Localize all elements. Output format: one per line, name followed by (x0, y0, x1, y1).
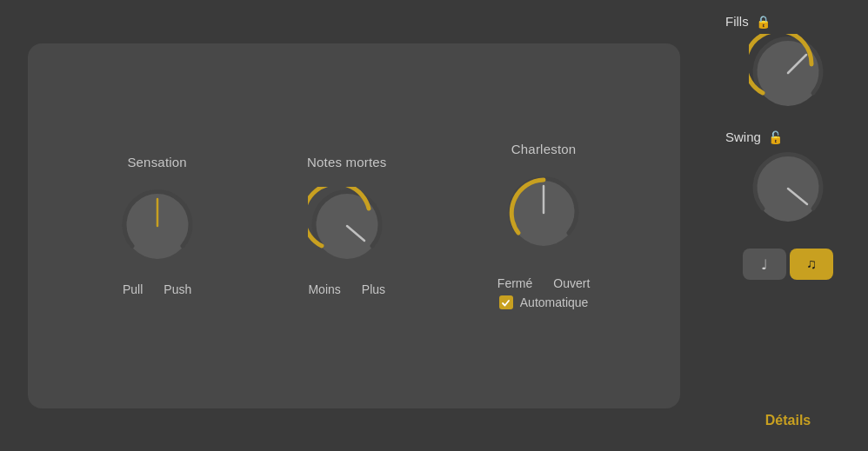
charleston-extras: Fermé Ouvert Automatique (497, 269, 590, 309)
notes-mortes-label: Notes mortes (307, 155, 387, 169)
eighth-note-button[interactable]: ♫ (790, 249, 833, 280)
sensation-sub-labels: Pull Push (123, 282, 191, 296)
drum-box: Sensation Pull Push Notes mortes (28, 43, 680, 408)
notes-mortes-sub-labels: Moins Plus (308, 282, 385, 296)
swing-row: Swing 🔓 (725, 129, 851, 144)
notes-mortes-moins-label: Moins (308, 282, 340, 296)
notes-mortes-section: Notes mortes Moins Plus (307, 155, 387, 296)
swing-knob-container[interactable] (725, 149, 851, 228)
charleston-knob[interactable] (504, 174, 583, 252)
charleston-ouvert-label: Ouvert (553, 276, 590, 290)
swing-lock-icon[interactable]: 🔓 (768, 130, 783, 144)
sensation-knob[interactable] (118, 187, 197, 265)
sensation-pull-label: Pull (123, 282, 143, 296)
main-panel: Sensation Pull Push Notes mortes (0, 0, 708, 451)
charleston-label: Charleston (511, 142, 577, 156)
charleston-sub-labels: Fermé Ouvert (497, 276, 590, 290)
sensation-push-label: Push (164, 282, 191, 296)
automatique-checkbox[interactable] (499, 295, 513, 309)
sensation-label: Sensation (127, 155, 187, 169)
fills-lock-icon[interactable]: 🔒 (756, 15, 771, 29)
sensation-section: Sensation Pull Push (118, 155, 197, 296)
swing-label: Swing (725, 129, 761, 144)
quarter-note-button[interactable]: ♩ (743, 249, 786, 280)
fills-row: Fills 🔒 (725, 14, 851, 29)
charleston-section: Charleston Fermé Ouvert (497, 142, 590, 309)
note-buttons: ♩ ♫ (725, 249, 851, 280)
charleston-ferme-label: Fermé (497, 276, 532, 290)
automatique-label: Automatique (520, 295, 589, 309)
notes-mortes-knob[interactable] (308, 187, 386, 265)
notes-mortes-plus-label: Plus (362, 282, 385, 296)
sidebar: Fills 🔒 Swing 🔓 ♩ ♫ Détails (708, 0, 868, 451)
automatique-row[interactable]: Automatique (499, 295, 589, 309)
fills-knob-container[interactable] (725, 34, 851, 112)
fills-label: Fills (725, 14, 749, 29)
details-button[interactable]: Détails (725, 404, 851, 437)
